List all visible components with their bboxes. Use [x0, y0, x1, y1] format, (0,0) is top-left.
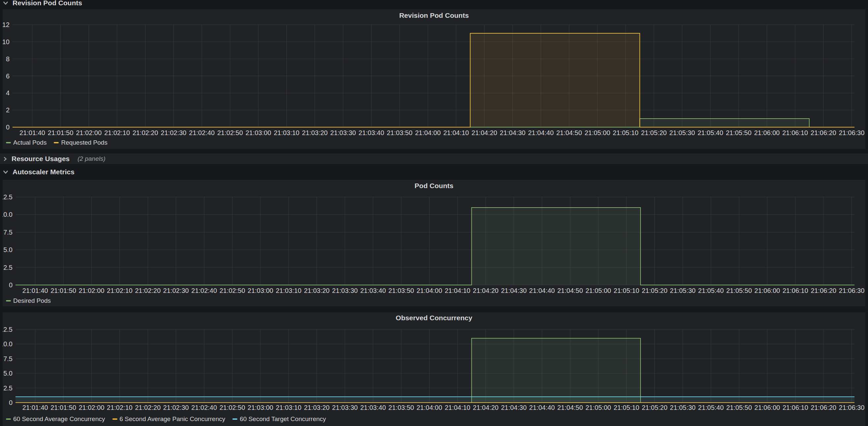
- svg-text:5.0: 5.0: [3, 370, 12, 377]
- svg-text:2.5: 2.5: [3, 264, 12, 271]
- svg-text:21:02:10: 21:02:10: [104, 129, 130, 136]
- svg-text:21:05:20: 21:05:20: [642, 404, 668, 411]
- row-header-revision-pod-counts[interactable]: Revision Pod Counts: [0, 0, 82, 8]
- svg-text:21:03:20: 21:03:20: [304, 287, 330, 294]
- legend-label: 60 Second Target Concurrency: [240, 416, 326, 423]
- legend-item[interactable]: 60 Second Average Concurrency: [6, 416, 105, 423]
- svg-text:21:03:50: 21:03:50: [388, 287, 414, 294]
- chart-legend: Actual PodsRequested Pods: [6, 139, 107, 146]
- svg-text:21:02:50: 21:02:50: [220, 287, 245, 294]
- svg-text:21:05:20: 21:05:20: [641, 129, 667, 136]
- svg-text:21:03:00: 21:03:00: [246, 129, 271, 136]
- svg-text:10.0: 10.0: [3, 340, 12, 348]
- svg-text:21:05:40: 21:05:40: [698, 404, 724, 411]
- svg-text:21:06:10: 21:06:10: [783, 287, 808, 294]
- legend-item[interactable]: 60 Second Target Concurrency: [232, 416, 326, 423]
- svg-text:10: 10: [3, 38, 9, 45]
- svg-text:5.0: 5.0: [3, 246, 12, 253]
- svg-text:21:03:20: 21:03:20: [304, 404, 330, 411]
- legend-item[interactable]: Actual Pods: [6, 139, 46, 146]
- chevron-down-icon: [2, 0, 9, 7]
- legend-label: Desired Pods: [13, 297, 51, 304]
- panel-pod-counts: Pod Counts 02.55.07.510.012.521:01:4021:…: [3, 180, 865, 306]
- grafana-dashboard: Revision Pod Counts Revision Pod Counts …: [0, 0, 868, 426]
- svg-text:21:06:20: 21:06:20: [811, 404, 836, 411]
- svg-text:21:02:00: 21:02:00: [79, 287, 104, 294]
- svg-text:21:05:50: 21:05:50: [726, 404, 752, 411]
- svg-text:21:03:50: 21:03:50: [387, 129, 412, 136]
- svg-text:21:02:30: 21:02:30: [163, 404, 189, 411]
- svg-text:21:01:40: 21:01:40: [20, 129, 45, 136]
- svg-text:21:04:20: 21:04:20: [471, 129, 497, 136]
- svg-text:21:04:50: 21:04:50: [557, 287, 583, 294]
- svg-text:21:01:40: 21:01:40: [23, 287, 48, 294]
- svg-text:21:06:00: 21:06:00: [754, 287, 780, 294]
- svg-text:21:05:00: 21:05:00: [586, 404, 611, 411]
- svg-text:21:05:30: 21:05:30: [670, 404, 695, 411]
- legend-item[interactable]: 6 Second Average Panic Concurrency: [113, 416, 225, 423]
- time-series-chart[interactable]: 02468101221:01:4021:01:5021:02:0021:02:1…: [3, 9, 865, 149]
- svg-text:21:03:40: 21:03:40: [359, 129, 384, 136]
- legend-label: Actual Pods: [13, 139, 46, 146]
- svg-text:21:06:00: 21:06:00: [754, 404, 780, 411]
- svg-text:21:05:30: 21:05:30: [670, 287, 695, 294]
- svg-text:21:05:00: 21:05:00: [586, 287, 611, 294]
- panel-revision-pod-counts: Revision Pod Counts 02468101221:01:4021:…: [3, 9, 865, 149]
- svg-text:21:04:00: 21:04:00: [415, 129, 441, 136]
- svg-text:21:03:10: 21:03:10: [276, 287, 301, 294]
- row-panels-count: (2 panels): [78, 155, 105, 162]
- legend-color-dash: [6, 300, 11, 301]
- svg-text:8: 8: [6, 55, 9, 63]
- row-title: Autoscaler Metrics: [12, 168, 74, 176]
- svg-text:21:05:10: 21:05:10: [613, 129, 639, 136]
- svg-text:21:03:10: 21:03:10: [274, 129, 299, 136]
- svg-text:0: 0: [9, 399, 12, 406]
- svg-text:21:01:50: 21:01:50: [48, 129, 73, 136]
- svg-text:21:04:30: 21:04:30: [501, 287, 527, 294]
- svg-text:21:04:40: 21:04:40: [528, 129, 554, 136]
- svg-text:21:02:50: 21:02:50: [220, 404, 245, 411]
- svg-text:21:04:20: 21:04:20: [473, 287, 498, 294]
- svg-text:21:03:30: 21:03:30: [330, 129, 356, 136]
- legend-item[interactable]: Desired Pods: [6, 297, 51, 304]
- svg-text:6: 6: [6, 72, 9, 80]
- svg-text:21:02:00: 21:02:00: [79, 404, 104, 411]
- chart-legend: 60 Second Average Concurrency6 Second Av…: [6, 416, 326, 423]
- svg-text:21:04:10: 21:04:10: [445, 404, 470, 411]
- svg-text:21:02:10: 21:02:10: [107, 404, 132, 411]
- svg-text:21:02:40: 21:02:40: [189, 129, 215, 136]
- legend-color-dash: [54, 142, 59, 143]
- svg-text:21:03:30: 21:03:30: [332, 404, 358, 411]
- chevron-right-icon: [2, 156, 8, 162]
- svg-text:21:02:40: 21:02:40: [191, 404, 217, 411]
- svg-text:21:04:00: 21:04:00: [416, 404, 442, 411]
- svg-text:0: 0: [6, 124, 9, 131]
- svg-text:21:05:40: 21:05:40: [698, 287, 724, 294]
- time-series-chart[interactable]: 02.55.07.510.012.521:01:4021:01:5021:02:…: [3, 312, 865, 426]
- svg-text:21:03:00: 21:03:00: [248, 404, 273, 411]
- legend-item[interactable]: Requested Pods: [54, 139, 107, 146]
- time-series-chart[interactable]: 02.55.07.510.012.521:01:4021:01:5021:02:…: [3, 180, 865, 306]
- row-header-resource-usages[interactable]: Resource Usages (2 panels): [0, 154, 868, 164]
- svg-text:21:02:00: 21:02:00: [76, 129, 101, 136]
- svg-text:21:05:50: 21:05:50: [726, 287, 752, 294]
- svg-text:21:06:30: 21:06:30: [839, 287, 865, 294]
- svg-text:21:06:30: 21:06:30: [839, 129, 864, 136]
- svg-text:21:04:30: 21:04:30: [501, 404, 527, 411]
- svg-text:21:04:10: 21:04:10: [445, 287, 470, 294]
- svg-text:21:05:40: 21:05:40: [698, 129, 723, 136]
- svg-text:21:06:10: 21:06:10: [782, 129, 808, 136]
- row-header-autoscaler-metrics[interactable]: Autoscaler Metrics: [0, 167, 74, 177]
- svg-text:21:01:50: 21:01:50: [51, 287, 76, 294]
- svg-text:21:02:10: 21:02:10: [107, 287, 132, 294]
- svg-text:21:04:00: 21:04:00: [416, 287, 442, 294]
- legend-label: 60 Second Average Concurrency: [13, 416, 105, 423]
- svg-text:7.5: 7.5: [3, 229, 12, 236]
- svg-text:21:06:10: 21:06:10: [783, 404, 808, 411]
- svg-text:21:05:30: 21:05:30: [669, 129, 695, 136]
- svg-text:21:05:10: 21:05:10: [614, 404, 639, 411]
- svg-text:21:01:50: 21:01:50: [51, 404, 76, 411]
- chevron-down-icon: [2, 168, 9, 175]
- legend-label: Requested Pods: [61, 139, 107, 146]
- row-title: Resource Usages: [11, 155, 69, 163]
